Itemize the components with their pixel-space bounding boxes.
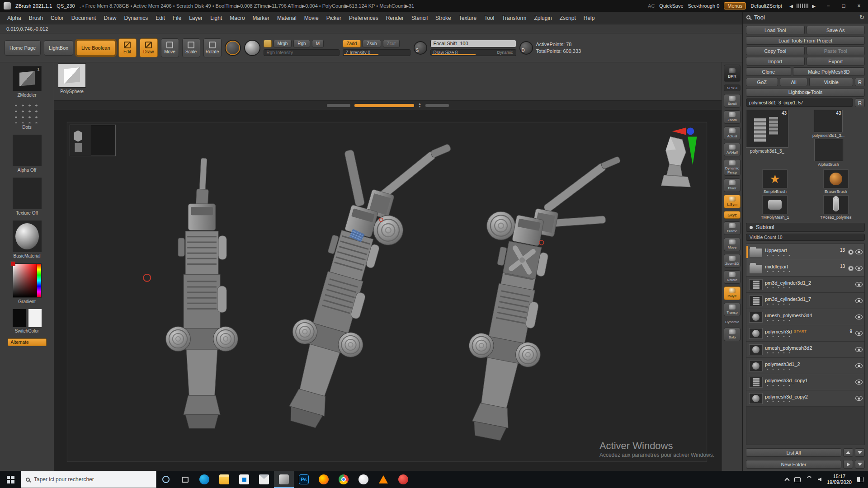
subtool-mini-controls[interactable] — [765, 368, 791, 371]
menus-button[interactable]: Menus — [724, 2, 746, 9]
right-shelf-button[interactable]: AAHalf — [724, 143, 741, 156]
material-preview[interactable] — [244, 40, 260, 56]
rgb-button[interactable]: Rgb — [293, 40, 310, 47]
paste-tool-button[interactable]: Paste Tool — [807, 47, 865, 55]
menu-item[interactable]: Transform — [498, 14, 530, 23]
list-all-button[interactable]: List All — [746, 448, 841, 457]
tray-item[interactable]: Gradient — [13, 263, 42, 304]
menu-item[interactable]: Color — [47, 14, 67, 23]
subtool-name[interactable]: polymesh3d1_2 — [765, 361, 800, 367]
menu-item[interactable]: Edit — [152, 14, 169, 23]
eye-icon[interactable] — [855, 298, 863, 303]
quicksave-button[interactable]: QuickSave — [659, 3, 683, 9]
menu-item[interactable]: Dynamics — [120, 14, 151, 23]
right-shelf-button[interactable]: Zoom — [724, 110, 741, 124]
z-intensity-slider[interactable]: Z Intensity 0 — [343, 49, 410, 56]
wifi-icon[interactable] — [806, 476, 812, 483]
visible-button[interactable]: Visible — [809, 78, 853, 86]
menu-item[interactable]: Brush — [25, 14, 47, 23]
menu-item[interactable]: File — [169, 14, 185, 23]
tray-item[interactable]: SwitchColor — [13, 309, 42, 333]
eye-icon[interactable] — [855, 249, 863, 254]
down-arrow-icon[interactable]: ▼ — [418, 105, 421, 108]
tray-thumbnail[interactable] — [13, 263, 42, 298]
volume-icon[interactable] — [818, 478, 821, 481]
library-tool[interactable]: TMPolyMesh_1 — [746, 195, 804, 220]
default-zscript-button[interactable]: DefaultZScript — [750, 3, 782, 9]
library-tool-thumbnail[interactable] — [823, 169, 849, 188]
clone-button[interactable]: Clone — [746, 67, 791, 76]
right-shelf-button[interactable]: Transp — [724, 303, 741, 316]
export-button[interactable]: Export — [807, 57, 865, 66]
start-button[interactable] — [0, 471, 21, 488]
right-shelf-button[interactable]: Move — [724, 238, 741, 251]
menu-item[interactable]: Zscript — [556, 14, 580, 23]
eye-icon[interactable] — [855, 282, 863, 287]
subtool-thumbnail[interactable] — [749, 247, 763, 258]
taskbar-app-button[interactable] — [373, 471, 393, 488]
m-button[interactable]: M — [312, 40, 324, 47]
rgb-intensity-slider[interactable]: Rgb Intensity — [264, 49, 340, 56]
subtool-move-down-button[interactable] — [855, 448, 865, 457]
menu-item[interactable]: Marker — [249, 14, 273, 23]
menu-item[interactable]: Picker — [323, 14, 345, 23]
tray-thumbnail[interactable]: 1 — [13, 66, 42, 91]
taskbar-search-input[interactable]: Taper ici pour rechercher — [21, 471, 156, 488]
menu-item[interactable]: Tool — [481, 14, 498, 23]
lightbox-tools-button[interactable]: Lightbox▶Tools — [746, 88, 865, 97]
right-shelf-button[interactable]: Zoom3D — [724, 254, 741, 267]
minimize-button[interactable]: − — [823, 2, 834, 10]
eye-icon[interactable] — [855, 331, 863, 336]
subtool-name[interactable]: polymesh3d_copy1 — [765, 378, 808, 383]
subtool-mini-controls[interactable] — [765, 286, 791, 289]
library-tool[interactable]: SimpleBrush — [746, 169, 804, 194]
menu-item[interactable]: Help — [580, 14, 599, 23]
eye-icon[interactable] — [855, 314, 863, 319]
tray-thumbnail[interactable] — [13, 103, 42, 123]
tray-item[interactable]: BasicMaterial — [13, 221, 42, 258]
menu-item[interactable]: Preferences — [345, 14, 382, 23]
section-toggle-icon[interactable] — [750, 226, 753, 229]
menu-item[interactable]: Document — [68, 14, 100, 23]
eye-icon[interactable] — [855, 266, 863, 271]
scrollbar-segment[interactable] — [327, 104, 350, 107]
menu-item[interactable]: Macro — [226, 14, 248, 23]
gear-icon[interactable] — [848, 249, 854, 255]
document-canvas[interactable]: Activer Windows Accédez aux paramètres p… — [54, 110, 722, 471]
import-button[interactable]: Import — [746, 57, 805, 66]
subtool-mini-controls[interactable] — [765, 400, 791, 403]
current-tool[interactable]: 43 polymesh3d1_3_ — [746, 110, 788, 167]
new-folder-button[interactable]: New Folder — [746, 460, 841, 469]
subtool-row[interactable]: polymesh3d1_2 — [746, 358, 864, 374]
edit-mode-button[interactable]: Edit — [118, 38, 137, 57]
subtool-row[interactable]: middlepart 13 — [746, 260, 864, 277]
subtool-thumbnail[interactable] — [749, 361, 763, 371]
close-button[interactable]: × — [854, 2, 864, 10]
tray-thumbnail[interactable] — [13, 178, 42, 209]
tray-item[interactable]: 1 ZModeler — [13, 66, 42, 98]
taskbar-app-button[interactable] — [334, 471, 354, 488]
subtool-row[interactable]: pm3d_cylinder3d1_2 — [746, 277, 864, 293]
all-button[interactable]: All — [780, 78, 808, 86]
taskbar-app-button[interactable] — [254, 471, 274, 488]
folder-action-button[interactable] — [843, 460, 853, 469]
scrollbar-segment[interactable] — [425, 104, 449, 107]
lightbox-button[interactable]: LightBox — [44, 40, 73, 56]
eye-icon[interactable] — [855, 363, 863, 368]
menu-item[interactable]: Light — [207, 14, 226, 23]
menu-item[interactable]: Render — [382, 14, 407, 23]
eye-icon[interactable] — [855, 380, 863, 385]
library-tool-thumbnail[interactable] — [762, 195, 788, 214]
subtool-mini-controls[interactable] — [765, 254, 791, 257]
subtool-thumbnail[interactable] — [749, 312, 763, 323]
right-shelf-button[interactable]: Actual — [724, 127, 741, 140]
library-tool[interactable]: EraserBrush — [807, 169, 865, 194]
refresh-icon[interactable]: ↻ — [859, 14, 864, 21]
home-page-button[interactable]: Home Page — [5, 40, 41, 56]
copy-tool-button[interactable]: Copy Tool — [746, 47, 805, 55]
visible-count-slider[interactable]: Visible Count 10 — [746, 234, 865, 241]
right-shelf-button[interactable]: Frame — [724, 221, 741, 235]
right-shelf-button[interactable]: Solo — [724, 328, 741, 341]
recent-tool[interactable]: AlphaBrush — [814, 139, 843, 167]
tool-r-button[interactable]: R — [855, 99, 865, 107]
